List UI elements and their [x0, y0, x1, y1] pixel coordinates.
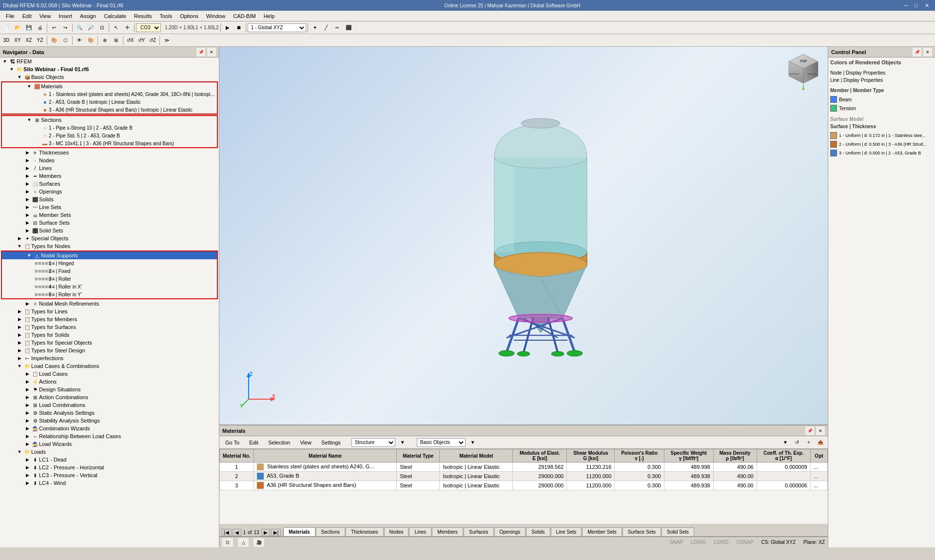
bottom-panel-close[interactable]: ✕ — [816, 426, 825, 435]
tree-types-solids[interactable]: ▶ 📋 Types for Solids — [0, 331, 219, 339]
tree-support-1[interactable]: ⊠⊠⊠⊠⊠⊠ 1 - | Hinged — [2, 259, 217, 267]
tree-stability-analysis[interactable]: ▶ ⚙ Stability Analysis Settings — [0, 417, 219, 425]
first-page-btn[interactable]: |◀ — [221, 529, 232, 536]
cp-beam[interactable]: Beam — [830, 95, 933, 104]
nav-close-btn[interactable]: ✕ — [207, 48, 216, 57]
tab-line-sets[interactable]: Line Sets — [551, 527, 582, 536]
menu-cad-bim[interactable]: CAD-BIM — [229, 12, 259, 20]
tree-nodal-mesh-ref[interactable]: ▶ ⊹ Nodal Mesh Refinements — [0, 300, 219, 308]
menu-help[interactable]: Help — [260, 12, 279, 20]
status-btn-3[interactable]: 🎥 — [253, 538, 264, 547]
tree-types-members[interactable]: ▶ 📋 Types for Members — [0, 315, 219, 323]
menu-insert[interactable]: Insert — [55, 12, 76, 20]
tree-types-steel[interactable]: ▶ 📋 Types for Steel Design — [0, 347, 219, 354]
prev-page-btn[interactable]: ◀ — [233, 529, 241, 536]
tree-surfaces[interactable]: ▶ ⬜ Surfaces — [0, 180, 219, 188]
tree-members[interactable]: ▶ ━ Members — [0, 172, 219, 180]
close-btn[interactable]: ✕ — [922, 0, 932, 10]
menu-edit[interactable]: Edit — [19, 12, 36, 20]
tree-action-combos[interactable]: ▶ ⊞ Action Combinations — [0, 393, 219, 401]
tree-support-4[interactable]: ⊠⊠⊠⊠⊠⊠ 4 - | Roller in X' — [2, 283, 217, 290]
tree-lc1[interactable]: ▶ ⬇ LC1 - Dead — [0, 456, 219, 463]
tab-lines[interactable]: Lines — [409, 527, 431, 536]
zoom-fit-btn[interactable]: ⊡ — [97, 22, 107, 33]
status-lgrid[interactable]: LGRID — [691, 540, 706, 545]
tree-section-3[interactable]: ▬ 3 - MC 10x41.1 | 3 - A36 (HR Structura… — [2, 139, 217, 147]
view-yz-btn[interactable]: YZ — [35, 35, 45, 46]
tree-actions[interactable]: ▶ ⚡ Actions — [0, 378, 219, 386]
menu-assign[interactable]: Assign — [76, 12, 100, 20]
grid-btn[interactable]: ⊞ — [111, 35, 121, 46]
objects-combo[interactable]: Basic Objects — [417, 438, 466, 447]
tree-lcc[interactable]: ▼ 📁 Load Cases & Combinations — [0, 362, 219, 370]
tree-nodes[interactable]: ▶ · Nodes — [0, 156, 219, 164]
add-node-btn[interactable]: ✦ — [310, 22, 320, 33]
tree-materials[interactable]: ▼ 🧱 Materials — [2, 82, 217, 90]
menu-options[interactable]: Options — [176, 12, 202, 20]
menu-calculate[interactable]: Calculate — [100, 12, 130, 20]
status-osnap[interactable]: OSNAP — [736, 540, 753, 545]
tree-load-wizards[interactable]: ▶ 🧙 Load Wizards — [0, 440, 219, 448]
menu-window[interactable]: Window — [202, 12, 229, 20]
display-props-btn[interactable]: 👁 — [74, 35, 85, 46]
tree-load-cases[interactable]: ▶ 📋 Load Cases — [0, 370, 219, 378]
menu-view[interactable]: View — [36, 12, 55, 20]
bt-selection[interactable]: Selection — [264, 439, 294, 446]
table-export-btn[interactable]: 📤 — [815, 437, 826, 448]
tab-member-sets[interactable]: Member Sets — [582, 527, 622, 536]
tree-line-sets[interactable]: ▶ 〰 Line Sets — [0, 203, 219, 211]
view-xy-btn[interactable]: XY — [12, 35, 23, 46]
bt-view[interactable]: View — [296, 439, 315, 446]
tree-sections[interactable]: ▼ ⊞ Sections — [2, 116, 217, 124]
tab-thicknesses[interactable]: Thicknesses — [346, 527, 384, 536]
table-row[interactable]: 1 Stainless steel (plates and sheets) A2… — [220, 463, 828, 472]
color-btn[interactable]: 🎨 — [85, 35, 96, 46]
bottom-panel-pin[interactable]: 📌 — [805, 426, 814, 435]
cp-pin-btn[interactable]: 📌 — [913, 48, 921, 57]
view-xz-btn[interactable]: XZ — [23, 35, 34, 46]
rotate-z-btn[interactable]: ↺Z — [147, 35, 158, 46]
status-snap[interactable]: SNAP — [670, 540, 683, 545]
add-line-btn[interactable]: ╱ — [321, 22, 331, 33]
struct-dropdown-btn[interactable]: ▼ — [397, 437, 408, 448]
tab-nodes[interactable]: Nodes — [384, 527, 409, 536]
calculate-btn[interactable]: ▶ — [222, 22, 233, 33]
new-btn[interactable]: 📄 — [1, 22, 12, 33]
print-btn[interactable]: 🖨 — [35, 22, 45, 33]
status-btn-2[interactable]: △ — [238, 538, 249, 547]
tree-static-analysis[interactable]: ▶ ⚙ Static Analysis Settings — [0, 409, 219, 417]
tree-member-sets[interactable]: ▶ ⚌ Member Sets — [0, 211, 219, 219]
tree-section-1[interactable]: ○ 1 - Pipe x-Strong 10 | 2 - A53, Grade … — [2, 124, 217, 132]
tree-types-surfaces[interactable]: ▶ 📋 Types for Surfaces — [0, 323, 219, 331]
status-grid[interactable]: LGRID — [714, 540, 729, 545]
tab-openings[interactable]: Openings — [494, 527, 526, 536]
tree-loads[interactable]: ▼ 📁 Loads — [0, 448, 219, 456]
bt-goto[interactable]: Go To — [221, 439, 243, 446]
viewport-3d[interactable]: TOP FRONT RIGHT Y — [219, 47, 828, 425]
bt-settings[interactable]: Settings — [317, 439, 345, 446]
view-3d-btn[interactable]: 3D — [1, 35, 12, 46]
table-add-btn[interactable]: + — [803, 437, 814, 448]
tab-members[interactable]: Members — [432, 527, 463, 536]
tab-sections[interactable]: Sections — [316, 527, 345, 536]
maximize-btn[interactable]: □ — [912, 0, 921, 10]
tree-section-2[interactable]: ○ 2 - Pipe Std. 5 | 2 - A53, Grade B — [2, 132, 217, 139]
cp-node-display[interactable]: Node | Display Properties — [830, 69, 933, 77]
cp-surface-2[interactable]: 2 - Uniform | d: 0.500 in | 3 - A36 (HR … — [830, 140, 933, 149]
snap-btn[interactable]: ⊕ — [99, 35, 110, 46]
tab-surfaces[interactable]: Surfaces — [464, 527, 493, 536]
tree-rfem[interactable]: ▼ 🏗 RFEM — [0, 58, 219, 65]
redo-btn[interactable]: ↪ — [60, 22, 71, 33]
zoom-out-btn[interactable]: 🔎 — [85, 22, 96, 33]
cp-tension[interactable]: Tension — [830, 104, 933, 113]
cp-surface-1[interactable]: 1 - Uniform | d: 0.172 in | 1 - Stainles… — [830, 131, 933, 140]
table-row[interactable]: 3 A36 (HR Structural Shapes and Bars) St… — [220, 481, 828, 490]
minimize-btn[interactable]: ─ — [901, 0, 911, 10]
next-page-btn[interactable]: ▶ — [261, 529, 270, 536]
status-btn-1[interactable]: ⊡ — [222, 538, 233, 547]
tree-lc4[interactable]: ▶ ⬇ LC4 - Wind — [0, 479, 219, 487]
table-row[interactable]: 2 A53, Grade B Steel Isotropic | Linear … — [220, 472, 828, 481]
menu-tools[interactable]: Tools — [156, 12, 176, 20]
tree-solids[interactable]: ▶ ⬛ Solids — [0, 195, 219, 203]
tab-solid-sets[interactable]: Solid Sets — [662, 527, 694, 536]
